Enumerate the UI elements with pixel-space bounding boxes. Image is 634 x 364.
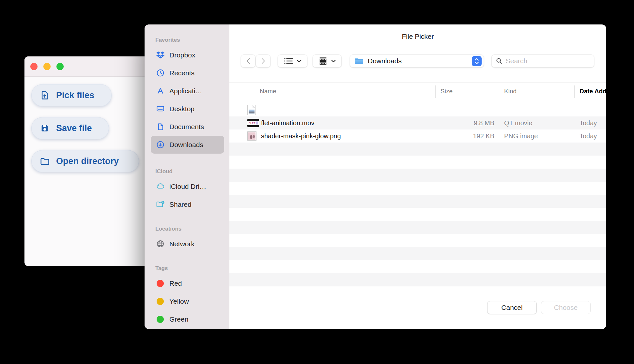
sidebar-item-tag-green[interactable]: Green xyxy=(145,310,229,328)
file-kind: PNG image xyxy=(504,129,538,143)
search-input[interactable] xyxy=(506,57,590,65)
folder-icon xyxy=(40,156,50,167)
sidebar-item-label: Yellow xyxy=(169,297,189,305)
sidebar-item-label: Green xyxy=(169,315,188,323)
yellow-tag-icon xyxy=(157,298,164,305)
group-by-dropdown[interactable] xyxy=(313,54,342,68)
choose-button[interactable]: Choose xyxy=(541,301,591,314)
chevron-down-icon xyxy=(297,60,302,63)
red-tag-icon xyxy=(157,280,164,287)
sidebar-item-recents[interactable]: Recents xyxy=(145,64,229,82)
column-header-kind[interactable]: Kind xyxy=(504,83,517,100)
empty-row xyxy=(229,273,606,286)
blue-folder-icon xyxy=(354,57,363,65)
sidebar-item-label: Shared xyxy=(169,201,192,208)
green-tag-icon xyxy=(157,316,164,323)
select-stepper-icon xyxy=(472,56,482,66)
file-size: 9.8 MB xyxy=(425,116,494,129)
empty-row xyxy=(229,247,606,260)
sidebar-item-label: iCloud Dri… xyxy=(169,183,206,190)
sidebar-section-locations: Locations xyxy=(145,223,229,235)
empty-row xyxy=(229,169,606,182)
empty-row xyxy=(229,221,606,234)
column-header-name[interactable]: Name xyxy=(260,83,276,100)
sidebar-item-desktop[interactable]: Desktop xyxy=(145,100,229,118)
cancel-button[interactable]: Cancel xyxy=(487,301,537,314)
dialog-title: File Picker xyxy=(229,33,606,40)
forward-button[interactable] xyxy=(256,54,271,68)
table-row-shader-mask-pink-glow-png[interactable]: shader-mask-pink-glow.png 192 KB PNG ima… xyxy=(229,129,606,143)
app-store-icon xyxy=(155,87,165,95)
table-row-flet-animation-mov[interactable]: FLET flet-animation.mov 9.8 MB QT movie … xyxy=(229,116,606,129)
sidebar-item-label: Recents xyxy=(169,69,194,77)
location-select-value: Downloads xyxy=(368,57,468,65)
document-icon xyxy=(155,123,165,131)
close-traffic-light-button[interactable] xyxy=(30,63,38,70)
movie-file-icon: FLET xyxy=(247,119,259,127)
empty-row xyxy=(229,182,606,195)
zoom-traffic-light-button[interactable] xyxy=(56,63,64,70)
empty-row xyxy=(229,143,606,156)
empty-row xyxy=(229,208,606,221)
minimize-traffic-light-button[interactable] xyxy=(43,63,51,70)
group-view-icon xyxy=(318,57,328,65)
column-header-size[interactable]: Size xyxy=(441,83,453,100)
footer-divider xyxy=(229,286,606,286)
empty-row xyxy=(229,156,606,169)
file-name: shader-mask-pink-glow.png xyxy=(261,129,341,143)
sidebar-section-tags: Tags xyxy=(145,263,229,274)
file-name: flet-animation.mov xyxy=(261,116,314,129)
sidebar-item-label: Applicati… xyxy=(169,87,202,95)
file-picker-dialog: Favorites Dropbox Recents xyxy=(145,24,606,329)
sidebar-item-documents[interactable]: Documents xyxy=(145,118,229,136)
column-divider[interactable] xyxy=(435,85,436,98)
open-directory-button[interactable]: Open directory xyxy=(31,150,139,172)
sidebar-item-label: Dropbox xyxy=(169,51,195,59)
table-header: Name Size Kind Date Added xyxy=(229,83,606,100)
sidebar-item-applications[interactable]: Applicati… xyxy=(145,82,229,100)
sidebar-item-network[interactable]: Network xyxy=(145,235,229,253)
empty-row xyxy=(229,234,606,247)
open-directory-label: Open directory xyxy=(56,156,119,166)
table-row-doc1-pdf[interactable]: Doc1.pdf 606 KB PDF Document Today xyxy=(229,103,606,116)
globe-icon xyxy=(155,240,165,248)
list-view-icon xyxy=(284,57,293,65)
column-divider[interactable] xyxy=(499,85,499,98)
sidebar-item-dropbox[interactable]: Dropbox xyxy=(145,46,229,64)
sidebar-item-tag-yellow[interactable]: Yellow xyxy=(145,292,229,310)
shared-folder-icon xyxy=(155,200,165,208)
empty-row xyxy=(229,195,606,208)
pdf-file-icon xyxy=(247,105,256,115)
download-circle-icon xyxy=(155,141,165,149)
sidebar-item-tag-red[interactable]: Red xyxy=(145,274,229,292)
sidebar-item-icloud-drive[interactable]: iCloud Dri… xyxy=(145,177,229,195)
sidebar-item-label: Documents xyxy=(169,123,204,131)
save-file-button[interactable]: Save file xyxy=(31,117,109,139)
empty-row xyxy=(229,260,606,273)
location-select[interactable]: Downloads xyxy=(350,54,484,68)
chevron-right-icon xyxy=(261,58,266,64)
file-date-added: Today xyxy=(580,116,597,129)
column-header-date-added[interactable]: Date Added xyxy=(580,83,606,100)
file-kind: QT movie xyxy=(504,116,532,129)
file-upload-icon xyxy=(40,90,50,101)
pick-files-button[interactable]: Pick files xyxy=(31,84,112,106)
sidebar-item-label: Red xyxy=(169,280,182,287)
sidebar-item-label: Desktop xyxy=(169,105,194,113)
chevron-down-icon xyxy=(331,60,336,63)
file-size: 192 KB xyxy=(425,129,494,143)
column-divider[interactable] xyxy=(574,85,575,98)
sidebar-item-downloads[interactable]: Downloads xyxy=(151,136,224,154)
cloud-icon xyxy=(155,182,165,190)
sidebar: Favorites Dropbox Recents xyxy=(145,24,229,329)
file-list: Doc1.pdf 606 KB PDF Document Today FLET … xyxy=(229,103,606,286)
back-button[interactable] xyxy=(241,54,255,68)
view-mode-dropdown[interactable] xyxy=(278,54,307,68)
png-file-icon xyxy=(247,131,256,141)
sidebar-item-shared[interactable]: Shared xyxy=(145,195,229,213)
save-file-label: Save file xyxy=(56,123,92,133)
save-icon xyxy=(40,123,50,134)
search-field[interactable] xyxy=(491,54,594,68)
search-icon xyxy=(496,57,503,65)
dropbox-icon xyxy=(155,51,165,59)
